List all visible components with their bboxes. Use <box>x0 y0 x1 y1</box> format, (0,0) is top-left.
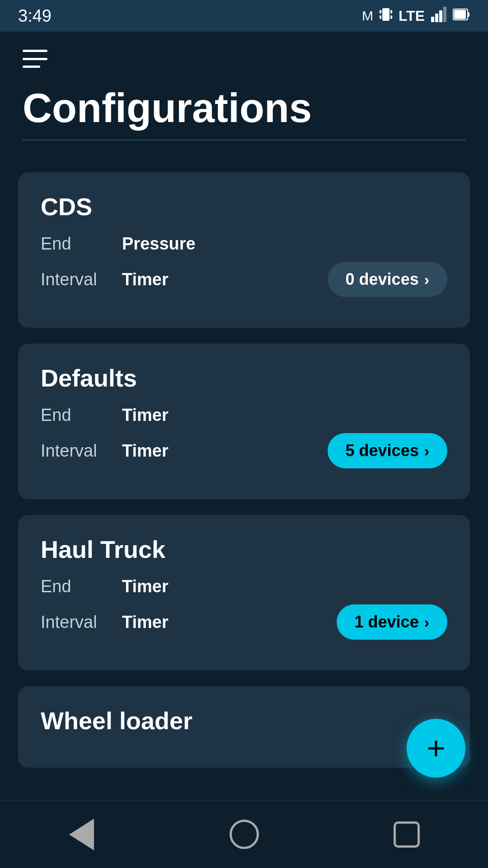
svg-rect-5 <box>431 17 434 22</box>
status-icons: M LTE <box>362 6 470 26</box>
interval-value-haul-truck: Timer <box>122 613 337 632</box>
config-card-haul-truck[interactable]: Haul Truck End Timer Interval Timer 1 de… <box>18 515 470 670</box>
config-title-wheel-loader: Wheel loader <box>41 707 447 735</box>
config-card-cds[interactable]: CDS End Pressure Interval Timer 0 device… <box>18 172 470 328</box>
end-label-cds: End <box>41 234 122 254</box>
status-bar: 3:49 M LTE <box>0 0 488 32</box>
devices-badge-haul-truck[interactable]: 1 device › <box>337 604 447 640</box>
interval-label-cds: Interval <box>41 270 122 289</box>
config-title-haul-truck: Haul Truck <box>41 535 447 563</box>
end-value-defaults: Timer <box>122 406 447 425</box>
end-label-defaults: End <box>41 406 122 425</box>
chevron-right-cds: › <box>424 271 429 288</box>
back-icon <box>69 819 94 850</box>
config-row-end-defaults: End Timer <box>41 406 447 425</box>
devices-count-haul-truck: 1 device <box>355 613 419 632</box>
header-divider <box>23 140 465 141</box>
nav-bar <box>0 800 488 868</box>
config-row-end-cds: End Pressure <box>41 234 447 254</box>
svg-rect-11 <box>468 12 469 17</box>
page-title: Configurations <box>23 86 465 131</box>
status-time: 3:49 <box>18 6 52 26</box>
devices-badge-defaults[interactable]: 5 devices › <box>328 433 447 468</box>
chevron-right-defaults: › <box>424 442 429 460</box>
config-row-interval-haul-truck: Interval Timer 1 device › <box>41 604 447 640</box>
interval-label-haul-truck: Interval <box>41 613 122 632</box>
header: Configurations <box>0 32 488 154</box>
config-row-interval-defaults: Interval Timer 5 devices › <box>41 433 447 468</box>
vibrate-icon <box>380 6 392 26</box>
recent-button[interactable] <box>389 816 425 853</box>
home-icon <box>230 820 259 849</box>
svg-rect-0 <box>382 8 389 21</box>
config-card-wheel-loader[interactable]: Wheel loader <box>18 686 470 768</box>
battery-icon <box>453 8 470 24</box>
svg-rect-2 <box>380 15 381 19</box>
add-configuration-button[interactable]: + <box>407 719 465 778</box>
devices-count-cds: 0 devices <box>346 270 419 289</box>
devices-badge-cds[interactable]: 0 devices › <box>328 262 447 297</box>
config-title-defaults: Defaults <box>41 364 447 392</box>
signal-icon <box>431 7 446 25</box>
recent-icon <box>394 821 420 848</box>
svg-rect-1 <box>380 10 381 14</box>
svg-rect-10 <box>454 10 466 19</box>
home-button[interactable] <box>226 816 262 853</box>
interval-label-defaults: Interval <box>41 441 122 461</box>
plus-icon: + <box>427 732 446 764</box>
menu-button[interactable] <box>23 50 47 68</box>
menu-line-1 <box>23 50 47 52</box>
gmail-icon: M <box>362 8 373 24</box>
configurations-list: CDS End Pressure Interval Timer 0 device… <box>0 154 488 786</box>
menu-line-2 <box>23 58 47 60</box>
devices-count-defaults: 5 devices <box>346 441 419 460</box>
svg-rect-8 <box>443 7 446 22</box>
config-title-cds: CDS <box>41 193 447 221</box>
svg-rect-7 <box>439 10 442 22</box>
config-row-interval-cds: Interval Timer 0 devices › <box>41 262 447 297</box>
interval-value-cds: Timer <box>122 270 328 289</box>
interval-value-defaults: Timer <box>122 441 328 461</box>
config-card-defaults[interactable]: Defaults End Timer Interval Timer 5 devi… <box>18 344 470 499</box>
end-value-haul-truck: Timer <box>122 577 447 596</box>
svg-rect-4 <box>390 15 392 19</box>
svg-rect-3 <box>390 10 392 14</box>
end-label-haul-truck: End <box>41 577 122 596</box>
menu-line-3 <box>23 66 40 68</box>
back-button[interactable] <box>63 816 99 853</box>
chevron-right-haul-truck: › <box>424 613 429 631</box>
config-row-end-haul-truck: End Timer <box>41 577 447 596</box>
lte-icon: LTE <box>399 8 425 24</box>
end-value-cds: Pressure <box>122 234 447 254</box>
svg-rect-6 <box>435 14 438 22</box>
